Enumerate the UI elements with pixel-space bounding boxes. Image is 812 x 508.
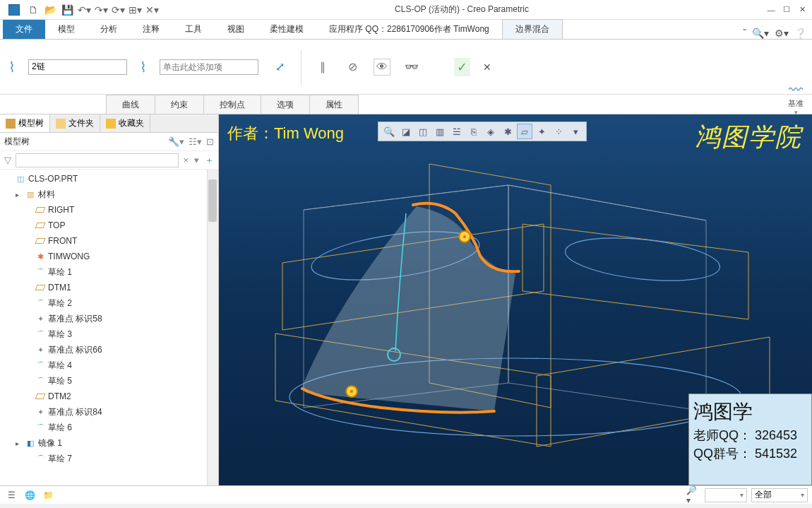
tree-show-icon[interactable]: ☷▾ bbox=[189, 136, 202, 147]
dashboard-tabs: 曲线 约束 控制点 选项 属性 bbox=[0, 95, 812, 114]
new-icon[interactable]: 🗋 bbox=[25, 2, 41, 18]
title-bar: 🗋 📂 💾 ↶▾ ↷▾ ⟳▾ ⊞▾ ✕▾ CLS-OP (活动的) - Creo… bbox=[0, 0, 812, 20]
subtab-curve[interactable]: 曲线 bbox=[106, 95, 155, 114]
model-tree-panel: 模型树 文件夹 收藏夹 模型树 🔧▾ ☷▾ ⊡ ▽ × ▾ ＋ ◫CLS-OP.… bbox=[0, 114, 219, 485]
subtab-ctrlpt[interactable]: 控制点 bbox=[203, 95, 261, 114]
search-icon[interactable]: 🔍▾ bbox=[752, 28, 769, 39]
preview-icon[interactable]: 👁 bbox=[374, 59, 390, 76]
settings-icon[interactable]: ⚙▾ bbox=[775, 28, 789, 39]
tree-filter: ▽ × ▾ ＋ bbox=[0, 151, 218, 170]
tree-item[interactable]: FRONT bbox=[0, 233, 218, 249]
regen-icon[interactable]: ⟳▾ bbox=[110, 2, 126, 18]
status-bar: ☰ 🌐 📁 🔎▾ 全部 bbox=[0, 485, 812, 504]
tree-settings-icon[interactable]: 🔧▾ bbox=[168, 136, 184, 147]
confirm-button[interactable]: ✓ bbox=[454, 58, 470, 76]
chain2-icon[interactable]: ⌇ bbox=[140, 59, 147, 76]
sb-tree-icon[interactable]: ☰ bbox=[4, 488, 18, 502]
filter-icon[interactable]: ▽ bbox=[3, 155, 13, 165]
tree-item[interactable]: ⌒草绘 2 bbox=[0, 295, 218, 311]
tree-item[interactable]: ⌒草绘 1 bbox=[0, 264, 218, 280]
window-title: CLS-OP (活动的) - Creo Parametric bbox=[160, 4, 764, 16]
tree-item[interactable]: ✦基准点 标识58 bbox=[0, 311, 218, 326]
tree-item[interactable]: ✦基准点 标识84 bbox=[0, 404, 218, 420]
collapse-ribbon-icon[interactable]: ˇ bbox=[743, 28, 746, 39]
glasses-icon[interactable]: 👓 bbox=[403, 59, 420, 76]
tree-scrollbar[interactable] bbox=[207, 170, 218, 485]
tab-file[interactable]: 文件 bbox=[3, 20, 45, 39]
windows-icon[interactable]: ⊞▾ bbox=[127, 2, 143, 18]
tree-display-icon[interactable]: ⊡ bbox=[206, 136, 214, 147]
no-icon[interactable]: ⊘ bbox=[344, 59, 361, 76]
tree-item[interactable]: ▸▥材料 bbox=[0, 187, 218, 202]
quick-access-toolbar: 🗋 📂 💾 ↶▾ ↷▾ ⟳▾ ⊞▾ ✕▾ bbox=[25, 2, 160, 18]
datum-group: 〰 基准 ▾ bbox=[788, 82, 804, 116]
filter-input[interactable] bbox=[16, 153, 179, 167]
tree-item[interactable]: ⌒草绘 4 bbox=[0, 358, 218, 373]
tab-tools[interactable]: 工具 bbox=[172, 20, 215, 39]
tab-analysis[interactable]: 分析 bbox=[88, 20, 130, 39]
sb-find-icon[interactable]: 🔎▾ bbox=[686, 488, 700, 502]
filter-clear-icon[interactable]: × bbox=[181, 155, 190, 165]
tab-view[interactable]: 视图 bbox=[215, 20, 257, 39]
tree-item[interactable]: ⌒草绘 5 bbox=[0, 373, 218, 389]
treetab-fav-label: 收藏夹 bbox=[119, 117, 144, 129]
window-controls: — ☐ ✕ bbox=[764, 3, 809, 17]
overlay-line2: QQ群号： 541532 bbox=[693, 445, 807, 462]
help-icon[interactable]: ❔ bbox=[794, 28, 806, 39]
sb-selection-filter[interactable] bbox=[705, 488, 747, 502]
tab-annotate[interactable]: 注释 bbox=[130, 20, 172, 39]
pause-icon[interactable]: ∥ bbox=[314, 59, 331, 76]
filter-dropdown-icon[interactable]: ▾ bbox=[193, 155, 201, 165]
datum-icon[interactable]: 〰 bbox=[789, 82, 803, 98]
close-icon[interactable]: ✕ bbox=[795, 3, 809, 17]
overlay-title: 鸿图学 bbox=[693, 398, 807, 425]
chain1-input[interactable] bbox=[28, 59, 127, 75]
tree-item[interactable]: TOP bbox=[0, 218, 218, 233]
tab-model[interactable]: 模型 bbox=[45, 20, 88, 39]
treetab-model-label: 模型树 bbox=[18, 117, 44, 129]
tangent-icon[interactable]: ⤢ bbox=[271, 59, 288, 76]
graphics-viewport[interactable]: 作者：Tim Wong 鸿图学院 🔍 ◪ ◫ ▥ ☱ ⎘ ◈ ✱ ▱ ✦ ⁘ ▾ bbox=[219, 114, 812, 485]
subtab-options[interactable]: 选项 bbox=[261, 95, 310, 114]
subtab-props[interactable]: 属性 bbox=[309, 95, 359, 114]
tab-flex[interactable]: 柔性建模 bbox=[257, 20, 316, 39]
tree-item[interactable]: ⌒草绘 6 bbox=[0, 420, 218, 435]
treetab-model[interactable]: 模型树 bbox=[0, 114, 50, 132]
tree-item[interactable]: ⌒草绘 7 bbox=[0, 451, 218, 466]
sb-folder-icon[interactable]: 📁 bbox=[41, 488, 55, 502]
scrollbar-thumb[interactable] bbox=[208, 179, 217, 222]
sb-filter-label: 全部 bbox=[755, 489, 772, 501]
tree-item[interactable]: RIGHT bbox=[0, 202, 218, 218]
chain2-input[interactable] bbox=[160, 59, 258, 75]
subtab-constraint[interactable]: 约束 bbox=[155, 95, 204, 114]
undo-icon[interactable]: ↶▾ bbox=[76, 2, 92, 18]
overlay-line1: 老师QQ： 326453 bbox=[693, 427, 807, 444]
tree-item[interactable]: ✦基准点 标识66 bbox=[0, 342, 218, 358]
model-tree[interactable]: ◫CLS-OP.PRT▸▥材料RIGHTTOPFRONT✱TIMWONG⌒草绘 … bbox=[0, 170, 218, 485]
filter-add-icon[interactable]: ＋ bbox=[203, 154, 215, 167]
redo-icon[interactable]: ↷▾ bbox=[93, 2, 109, 18]
chain1-icon[interactable]: ⌇ bbox=[8, 59, 16, 76]
svg-point-1 bbox=[563, 232, 722, 288]
tree-item[interactable]: DTM2 bbox=[0, 389, 218, 404]
minimize-icon[interactable]: — bbox=[764, 3, 778, 17]
tree-item[interactable]: DTM1 bbox=[0, 280, 218, 295]
tab-app[interactable]: 应用程序 QQ：2286170906作者 TimWong bbox=[316, 20, 502, 39]
tree-toolbar: 模型树 🔧▾ ☷▾ ⊡ bbox=[0, 133, 218, 151]
open-icon[interactable]: 📂 bbox=[42, 2, 58, 18]
close-win-icon[interactable]: ✕▾ bbox=[144, 2, 160, 18]
tab-boundary[interactable]: 边界混合 bbox=[502, 19, 563, 39]
treetab-folder[interactable]: 文件夹 bbox=[50, 114, 100, 132]
tree-item[interactable]: ◫CLS-OP.PRT bbox=[0, 171, 218, 187]
cancel-button[interactable]: ✕ bbox=[483, 61, 491, 73]
tree-item[interactable]: ▸◧镜像 1 bbox=[0, 435, 218, 451]
sb-browser-icon[interactable]: 🌐 bbox=[23, 488, 37, 502]
treetab-fav[interactable]: 收藏夹 bbox=[100, 114, 150, 132]
tree-item[interactable]: ⌒草绘 3 bbox=[0, 326, 218, 342]
maximize-icon[interactable]: ☐ bbox=[780, 3, 794, 17]
svg-point-6 bbox=[350, 390, 353, 393]
tree-header: 模型树 bbox=[4, 136, 164, 148]
sb-filter-all[interactable]: 全部 bbox=[751, 488, 808, 502]
tree-item[interactable]: ✱TIMWONG bbox=[0, 249, 218, 264]
save-icon[interactable]: 💾 bbox=[59, 2, 75, 18]
